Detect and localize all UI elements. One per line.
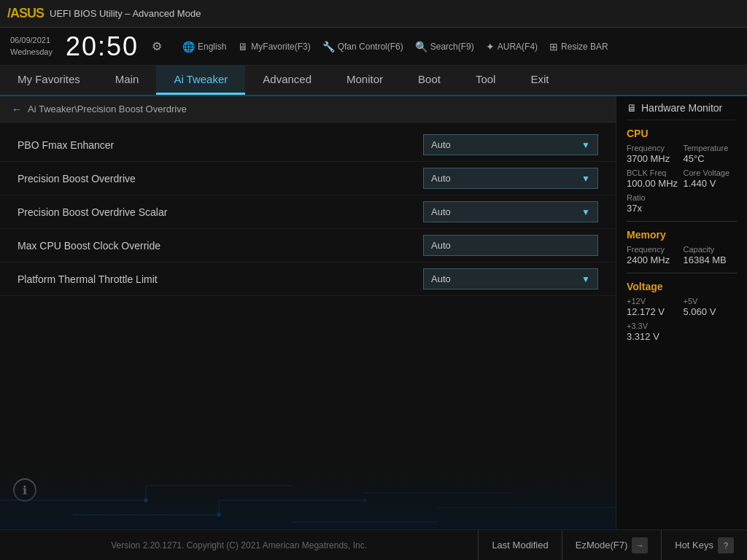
- memory-section-title: Memory: [627, 229, 737, 241]
- v12-block: +12V 12.172 V: [627, 297, 681, 317]
- language-label: English: [198, 42, 226, 52]
- version-text: Version 2.20.1271. Copyright (C) 2021 Am…: [0, 540, 478, 551]
- clock-area: 06/09/2021 Wednesday 20:50 ⚙ 🌐 English 🖥…: [0, 28, 747, 66]
- cpu-temp-label: Temperature: [684, 144, 738, 152]
- setting-label-pbo: Precision Boost Overdrive: [18, 173, 423, 184]
- setting-control-max-cpu-boost[interactable]: Auto: [423, 235, 598, 256]
- hot-keys-btn[interactable]: Hot Keys ?: [661, 530, 747, 560]
- qfan-label: Qfan Control(F6): [338, 42, 403, 52]
- dropdown-pbo-fmax-value: Auto: [431, 139, 451, 150]
- cpu-stats: Frequency 3700 MHz Temperature 45°C BCLK…: [627, 144, 737, 189]
- dropdown-pbo-scalar-value: Auto: [431, 206, 451, 217]
- setting-row-pbo-fmax: PBO Fmax Enhancer Auto ▼: [0, 128, 616, 162]
- nav-exit[interactable]: Exit: [513, 66, 566, 95]
- favorite-icon: 🖥: [238, 41, 248, 52]
- mem-capacity-label: Capacity: [684, 245, 738, 254]
- language-selector[interactable]: 🌐 English: [182, 41, 226, 52]
- voltage-stats: +12V 12.172 V +5V 5.060 V: [627, 297, 737, 317]
- nav-ai-tweaker[interactable]: Ai Tweaker: [156, 66, 245, 95]
- hw-monitor-label: Hardware Monitor: [641, 102, 722, 114]
- language-icon: 🌐: [182, 41, 195, 52]
- memory-stats: Frequency 2400 MHz Capacity 16384 MB: [627, 245, 737, 265]
- aura-btn[interactable]: ✦ AURA(F4): [486, 41, 538, 52]
- divider-1: [627, 221, 737, 222]
- v12-value: 12.172 V: [627, 306, 681, 317]
- breadcrumb-back-icon[interactable]: ←: [12, 104, 22, 115]
- search-icon: 🔍: [415, 41, 427, 52]
- ez-mode-btn[interactable]: EzMode(F7) →: [562, 530, 662, 560]
- dropdown-pbo[interactable]: Auto ▼: [423, 168, 598, 189]
- setting-control-pbo[interactable]: Auto ▼: [423, 168, 598, 189]
- setting-row-platform-thermal: Platform Thermal Throttle Limit Auto ▼: [0, 262, 616, 296]
- date-block: 06/09/2021 Wednesday: [10, 35, 53, 58]
- cpu-ratio-label: Ratio: [627, 193, 737, 202]
- setting-control-pbo-scalar[interactable]: Auto ▼: [423, 201, 598, 222]
- bottom-actions: Last Modified EzMode(F7) → Hot Keys ?: [478, 530, 747, 560]
- breadcrumb: ← Ai Tweaker\Precision Boost Overdrive: [0, 96, 616, 122]
- bottom-bar: Version 2.20.1271. Copyright (C) 2021 Am…: [0, 529, 747, 560]
- breadcrumb-text: Ai Tweaker\Precision Boost Overdrive: [28, 104, 187, 114]
- mem-freq-label: Frequency: [627, 245, 681, 254]
- setting-label-pbo-fmax: PBO Fmax Enhancer: [18, 139, 423, 151]
- dropdown-pbo-value: Auto: [431, 173, 451, 184]
- setting-label-platform-thermal: Platform Thermal Throttle Limit: [18, 273, 423, 285]
- resize-bar-btn[interactable]: ⊞ Resize BAR: [549, 41, 608, 52]
- cpu-freq-block: Frequency 3700 MHz: [627, 144, 681, 164]
- cpu-temp-block: Temperature 45°C: [684, 144, 738, 164]
- setting-control-platform-thermal[interactable]: Auto ▼: [423, 268, 598, 289]
- setting-row-max-cpu-boost: Max CPU Boost Clock Override Auto: [0, 229, 616, 262]
- resize-icon: ⊞: [549, 41, 558, 52]
- hardware-monitor-panel: 🖥 Hardware Monitor CPU Frequency 3700 MH…: [616, 96, 747, 529]
- v5-value: 5.060 V: [684, 306, 738, 317]
- aura-icon: ✦: [486, 41, 495, 52]
- ez-mode-label: EzMode(F7): [576, 540, 628, 551]
- nav-tool[interactable]: Tool: [458, 66, 514, 95]
- nav-boot[interactable]: Boot: [400, 66, 458, 95]
- nav-advanced[interactable]: Advanced: [245, 66, 329, 95]
- date-text: 06/09/2021: [10, 35, 53, 46]
- topbar-controls: 🌐 English 🖥 MyFavorite(F3) 🔧 Qfan Contro…: [182, 41, 608, 52]
- chevron-down-icon: ▼: [581, 174, 590, 184]
- asus-logo-area: /ASUS UEFI BIOS Utility – Advanced Mode: [7, 6, 201, 21]
- dropdown-pbo-fmax[interactable]: Auto ▼: [423, 134, 598, 155]
- setting-label-pbo-scalar: Precision Boost Overdrive Scalar: [18, 206, 423, 218]
- bios-title: UEFI BIOS Utility – Advanced Mode: [50, 8, 201, 19]
- info-icon[interactable]: ℹ: [13, 478, 36, 502]
- nav-my-favorites[interactable]: My Favorites: [0, 66, 98, 95]
- last-modified-btn[interactable]: Last Modified: [478, 530, 561, 560]
- v33-label: +3.3V: [627, 322, 737, 330]
- setting-label-max-cpu-boost: Max CPU Boost Clock Override: [18, 240, 423, 252]
- v33-value: 3.312 V: [627, 331, 737, 342]
- asus-logo: /ASUS: [7, 6, 44, 21]
- cpu-section-title: CPU: [627, 128, 737, 139]
- cpu-bclk-label: BCLK Freq: [627, 168, 681, 177]
- day-text: Wednesday: [10, 47, 53, 58]
- cpu-voltage-value: 1.440 V: [684, 178, 738, 189]
- qfan-btn[interactable]: 🔧 Qfan Control(F6): [322, 41, 403, 52]
- clock-settings-icon[interactable]: ⚙: [152, 39, 162, 53]
- last-modified-label: Last Modified: [492, 540, 548, 551]
- search-label: Search(F9): [430, 42, 474, 52]
- nav-monitor[interactable]: Monitor: [329, 66, 400, 95]
- divider-2: [627, 273, 737, 273]
- dropdown-platform-thermal[interactable]: Auto ▼: [423, 268, 598, 289]
- mem-capacity-block: Capacity 16384 MB: [684, 245, 738, 265]
- my-favorite-btn[interactable]: 🖥 MyFavorite(F3): [238, 41, 310, 52]
- search-btn[interactable]: 🔍 Search(F9): [415, 41, 474, 52]
- setting-row-pbo: Precision Boost Overdrive Auto ▼: [0, 162, 616, 195]
- nav-main[interactable]: Main: [98, 66, 157, 95]
- dropdown-pbo-scalar[interactable]: Auto ▼: [423, 201, 598, 222]
- cpu-bclk-value: 100.00 MHz: [627, 178, 681, 189]
- cpu-freq-label: Frequency: [627, 144, 681, 152]
- mem-freq-block: Frequency 2400 MHz: [627, 245, 681, 265]
- input-max-cpu-boost[interactable]: Auto: [423, 235, 598, 256]
- qfan-icon: 🔧: [322, 41, 335, 52]
- v33-block: +3.3V 3.312 V: [627, 322, 737, 342]
- cpu-bclk-block: BCLK Freq 100.00 MHz: [627, 168, 681, 189]
- hot-keys-label: Hot Keys: [675, 540, 713, 551]
- clock-display: 20:50: [66, 31, 139, 62]
- v12-label: +12V: [627, 297, 681, 306]
- chevron-down-icon: ▼: [581, 140, 590, 150]
- setting-control-pbo-fmax[interactable]: Auto ▼: [423, 134, 598, 155]
- setting-row-pbo-scalar: Precision Boost Overdrive Scalar Auto ▼: [0, 195, 616, 229]
